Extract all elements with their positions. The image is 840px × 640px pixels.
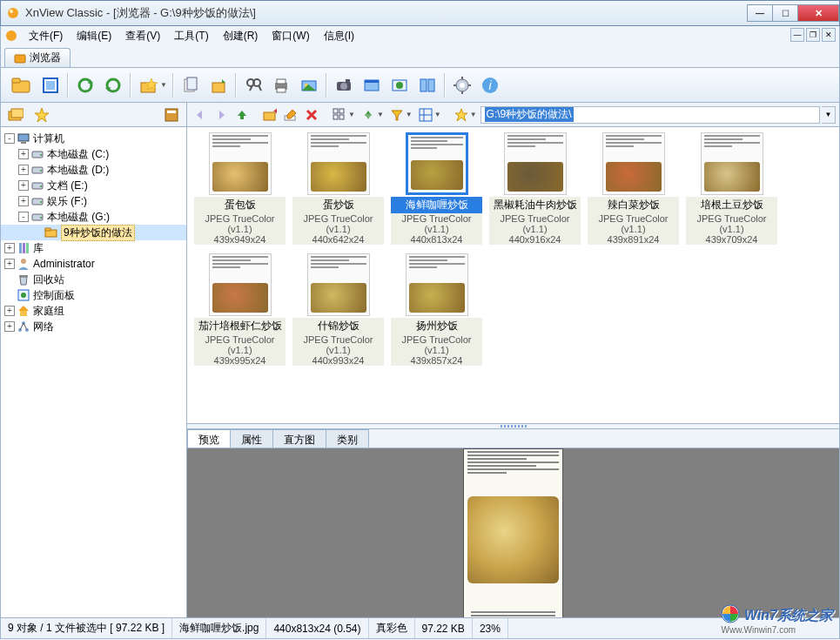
tree-item[interactable]: +娱乐 (F:) [1, 193, 186, 209]
thumbnail-item[interactable]: 蛋炒饭JPEG TrueColor (v1.1)440x642x24 [292, 132, 384, 245]
view-mode-dropdown[interactable]: ▼ [348, 111, 355, 118]
menu-查看(V)[interactable]: 查看(V) [118, 28, 167, 44]
menu-窗口(W)[interactable]: 窗口(W) [265, 28, 316, 44]
info-button[interactable]: i [477, 72, 503, 98]
mdi-close-button[interactable]: ✕ [822, 28, 836, 42]
nav-back-button[interactable] [191, 105, 210, 125]
tree-expander[interactable]: - [18, 212, 29, 222]
favorite-star-icon[interactable] [32, 105, 51, 125]
settings-button[interactable] [449, 72, 475, 98]
svg-rect-7 [46, 81, 55, 90]
stop-button[interactable] [100, 72, 126, 98]
preview-tab-2[interactable]: 直方图 [272, 429, 326, 448]
rename-button[interactable] [281, 105, 300, 125]
star-filter-button[interactable] [452, 105, 471, 125]
tab-browser[interactable]: 浏览器 [4, 48, 71, 67]
mdi-minimize-button[interactable]: — [790, 28, 804, 42]
tree-label: 家庭组 [33, 304, 64, 319]
filter-dropdown[interactable]: ▼ [406, 111, 413, 118]
svg-rect-35 [420, 79, 427, 91]
print-button[interactable] [268, 72, 294, 98]
horizontal-splitter[interactable] [187, 424, 839, 429]
window-close-button[interactable] [797, 4, 839, 22]
fullscreen-button[interactable] [37, 72, 64, 98]
tree-expander[interactable] [32, 227, 43, 238]
tree-expander[interactable]: + [4, 259, 15, 269]
open-button[interactable] [6, 71, 36, 100]
tree-item[interactable]: +家庭组 [1, 303, 186, 319]
thumbnail-item[interactable]: 黑椒耗油牛肉炒饭JPEG TrueColor (v1.1)440x916x24 [489, 132, 581, 245]
tree-expander[interactable]: + [4, 306, 15, 316]
favorites-dropdown[interactable]: ▼ [160, 81, 167, 89]
delete-button[interactable] [302, 105, 321, 125]
thumbnail-item[interactable]: 蛋包饭JPEG TrueColor (v1.1)439x949x24 [194, 132, 286, 245]
window-minimize-button[interactable] [747, 4, 773, 22]
layout-dropdown[interactable]: ▼ [434, 111, 441, 118]
compare-button[interactable] [414, 72, 440, 98]
tree-expander[interactable]: + [18, 196, 29, 206]
menu-信息(I)[interactable]: 信息(I) [317, 28, 361, 44]
nav-forward-button[interactable] [212, 105, 231, 125]
window-maximize-button[interactable] [772, 4, 798, 22]
folder-tree[interactable]: -计算机+本地磁盘 (C:)+本地磁盘 (D:)+文档 (E:)+娱乐 (F:)… [1, 127, 187, 617]
tree-item[interactable]: +网络 [1, 319, 186, 334]
mdi-restore-button[interactable]: ❐ [806, 28, 820, 42]
thumbnail-item[interactable]: 什锦炒饭JPEG TrueColor (v1.1)440x993x24 [292, 253, 384, 366]
tree-item[interactable]: -计算机 [1, 131, 186, 146]
tree-item[interactable]: 回收站 [1, 272, 186, 287]
tree-item[interactable]: +Administrator [1, 256, 186, 272]
sort-dropdown[interactable]: ▼ [377, 111, 384, 118]
tree-item[interactable]: +库 [1, 240, 186, 256]
menu-编辑(E)[interactable]: 编辑(E) [70, 28, 118, 44]
tree-expander[interactable]: + [18, 180, 29, 191]
tree-item[interactable]: +本地磁盘 (D:) [1, 162, 186, 178]
preview-tab-1[interactable]: 属性 [230, 429, 273, 448]
tree-label: Administrator [33, 258, 95, 270]
tree-expander[interactable]: - [4, 133, 15, 144]
thumbnail-item[interactable]: 培根土豆炒饭JPEG TrueColor (v1.1)439x709x24 [686, 132, 777, 245]
search-button[interactable] [240, 72, 266, 98]
menu-文件(F)[interactable]: 文件(F) [22, 28, 70, 44]
refresh-button[interactable] [72, 72, 98, 98]
thumbnail-item[interactable]: 扬州炒饭JPEG TrueColor (v1.1)439x857x24 [391, 253, 482, 366]
menu-工具(T)[interactable]: 工具(T) [167, 28, 215, 44]
capture-button[interactable] [331, 72, 357, 98]
preview-tab-3[interactable]: 类别 [326, 429, 369, 448]
tree-expander[interactable]: + [18, 149, 29, 159]
filter-button[interactable] [387, 105, 407, 125]
tree-folder-icon[interactable] [6, 105, 25, 125]
paste-button[interactable] [205, 72, 232, 98]
thumbnail-item[interactable]: 茄汁培根虾仁炒饭JPEG TrueColor (v1.1)439x995x24 [194, 253, 286, 366]
preview-body[interactable] [187, 448, 839, 617]
new-folder-button[interactable]: ✦ [260, 105, 279, 125]
scan-button[interactable] [359, 72, 385, 98]
drive-icon [30, 194, 44, 208]
address-dropdown[interactable]: ▼ [822, 106, 836, 124]
tree-expander[interactable]: + [18, 165, 29, 175]
tree-item[interactable]: 控制面板 [1, 287, 186, 303]
sort-button[interactable] [359, 105, 378, 125]
address-bar[interactable]: G:\9种炒饭的做法\ [480, 106, 820, 124]
preview-tab-0[interactable]: 预览 [187, 429, 231, 448]
slideshow-button[interactable] [296, 72, 322, 98]
copy-button[interactable] [178, 72, 204, 98]
layout-button[interactable] [416, 105, 435, 125]
categories-icon[interactable] [162, 105, 181, 125]
tree-expander[interactable]: + [4, 321, 15, 332]
tree-expander[interactable] [4, 290, 15, 300]
tree-item[interactable]: -本地磁盘 (G:) [1, 209, 186, 225]
thumbnail-item[interactable]: 海鲜咖喱炒饭JPEG TrueColor (v1.1)440x813x24 [391, 132, 482, 245]
nav-up-button[interactable] [232, 105, 252, 125]
tree-item[interactable]: +文档 (E:) [1, 178, 186, 193]
tree-expander[interactable]: + [4, 243, 15, 253]
tree-expander[interactable] [4, 274, 15, 285]
tree-item[interactable]: +本地磁盘 (C:) [1, 146, 186, 162]
thumbnail-pane[interactable]: 蛋包饭JPEG TrueColor (v1.1)439x949x24蛋炒饭JPE… [187, 127, 839, 424]
favorites-button[interactable] [135, 72, 161, 98]
menu-创建(R)[interactable]: 创建(R) [216, 28, 265, 44]
view-mode-button[interactable] [330, 105, 349, 125]
star-filter-dropdown[interactable]: ▼ [470, 111, 477, 118]
web-button[interactable] [386, 72, 413, 98]
tree-item[interactable]: 9种炒饭的做法 [1, 225, 186, 240]
thumbnail-item[interactable]: 辣白菜炒饭JPEG TrueColor (v1.1)439x891x24 [588, 132, 679, 245]
